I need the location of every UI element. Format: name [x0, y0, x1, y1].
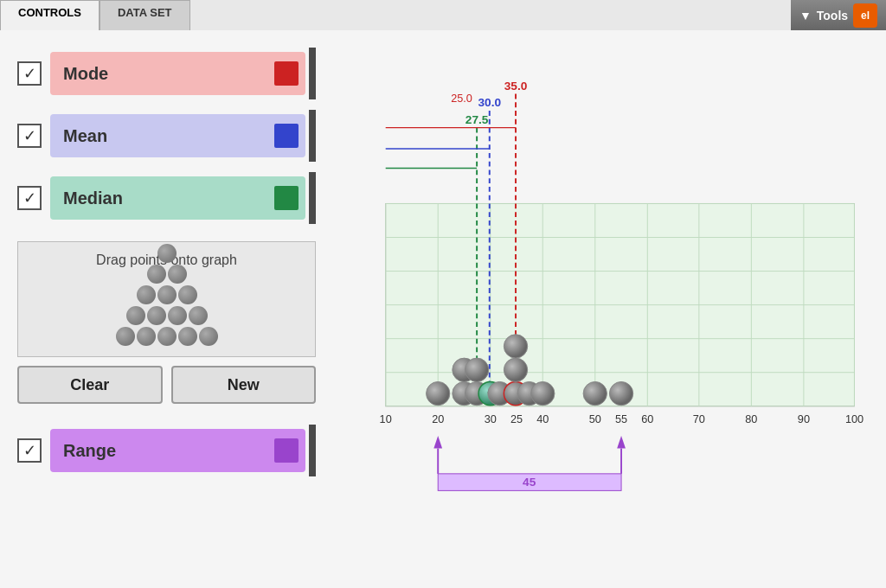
mode-label-box: Mode: [50, 52, 305, 95]
ball[interactable]: [147, 306, 166, 325]
mean-checkbox[interactable]: ✓: [17, 124, 42, 148]
median-label-box: Median: [50, 176, 305, 220]
median-bar-end: [309, 172, 316, 224]
mean-label-box: Mean: [50, 114, 305, 157]
range-min-arrow: [433, 436, 442, 449]
ball[interactable]: [137, 327, 156, 346]
tools-button[interactable]: ▼ Tools el: [791, 0, 886, 30]
svg-text:10: 10: [380, 413, 392, 425]
graph-svg: 10 20 30 25 40 50 55 60 70 80 90 100: [337, 43, 873, 575]
mode-bar-end: [309, 48, 316, 99]
ball[interactable]: [168, 265, 187, 284]
ball[interactable]: [126, 306, 145, 325]
median-checkbox[interactable]: ✓: [17, 186, 42, 210]
mode-row: ✓ Mode: [17, 48, 316, 99]
svg-text:55: 55: [615, 413, 627, 425]
tab-dataset[interactable]: DATA SET: [100, 0, 190, 30]
svg-text:25: 25: [510, 413, 523, 425]
main-area: ✓ Mode ✓ Mean ✓ Median: [0, 30, 886, 588]
tools-logo: el: [853, 3, 877, 28]
data-point[interactable]: [583, 381, 607, 405]
mean-bar-end: [309, 110, 316, 162]
data-point[interactable]: [609, 381, 632, 405]
mean-swatch: [274, 124, 299, 148]
svg-text:40: 40: [536, 413, 549, 425]
tabs-bar: CONTROLS DATA SET: [0, 0, 190, 30]
ball-row-4: [126, 306, 208, 325]
ball[interactable]: [168, 306, 187, 325]
mode-alt-label: 25.0: [451, 93, 472, 105]
svg-text:90: 90: [798, 413, 810, 425]
median-swatch: [274, 186, 299, 210]
range-label-box: Range: [50, 429, 305, 472]
balls-container: [29, 277, 305, 346]
mean-row: ✓ Mean: [17, 110, 316, 162]
mean-value-label: 30.0: [478, 96, 501, 109]
mode-value-label: 35.0: [504, 80, 528, 93]
svg-text:80: 80: [745, 413, 757, 425]
svg-text:30: 30: [485, 413, 497, 425]
data-point[interactable]: [504, 335, 527, 358]
ball[interactable]: [178, 285, 197, 304]
ball-row-5: [116, 327, 218, 346]
left-panel: ✓ Mode ✓ Mean ✓ Median: [0, 30, 333, 588]
ball-row-3: [137, 285, 197, 304]
range-value-label: 45: [523, 476, 536, 489]
button-row: Clear New: [17, 366, 316, 404]
mode-swatch: [274, 61, 299, 86]
data-point[interactable]: [531, 381, 555, 405]
range-row: ✓ Range: [17, 425, 316, 476]
clear-button[interactable]: Clear: [17, 366, 163, 404]
ball-row-2: [147, 265, 187, 284]
data-point[interactable]: [465, 358, 488, 381]
ball[interactable]: [199, 327, 218, 346]
drag-points-box: Drag points onto graph: [17, 241, 316, 357]
ball[interactable]: [147, 265, 166, 284]
svg-text:70: 70: [693, 413, 705, 425]
ball-pyramid: [116, 244, 218, 346]
x-axis-labels: 10 20 30 25 40 50 55 60 70 80 90 100: [380, 413, 864, 425]
range-checkbox[interactable]: ✓: [17, 438, 42, 463]
ball[interactable]: [116, 327, 135, 346]
ball-row-1: [157, 244, 177, 263]
ball[interactable]: [157, 244, 177, 263]
svg-text:60: 60: [641, 413, 653, 425]
median-value-label: 27.5: [465, 113, 489, 126]
ball[interactable]: [137, 285, 156, 304]
ball[interactable]: [189, 306, 208, 325]
triangle-icon: ▼: [799, 9, 812, 22]
right-panel: 10 20 30 25 40 50 55 60 70 80 90 100: [333, 30, 886, 588]
data-point[interactable]: [504, 358, 527, 381]
tab-controls[interactable]: CONTROLS: [0, 0, 100, 30]
mode-checkbox[interactable]: ✓: [17, 61, 42, 86]
range-max-arrow: [617, 436, 626, 449]
data-point[interactable]: [427, 381, 450, 405]
ball[interactable]: [178, 327, 197, 346]
range-bar-end: [309, 425, 316, 476]
new-button[interactable]: New: [171, 366, 317, 404]
range-swatch: [274, 438, 299, 463]
median-row: ✓ Median: [17, 172, 316, 224]
svg-text:50: 50: [589, 413, 601, 425]
svg-text:20: 20: [432, 413, 444, 425]
ball[interactable]: [157, 327, 177, 346]
ball[interactable]: [157, 285, 177, 304]
svg-text:100: 100: [845, 413, 864, 425]
